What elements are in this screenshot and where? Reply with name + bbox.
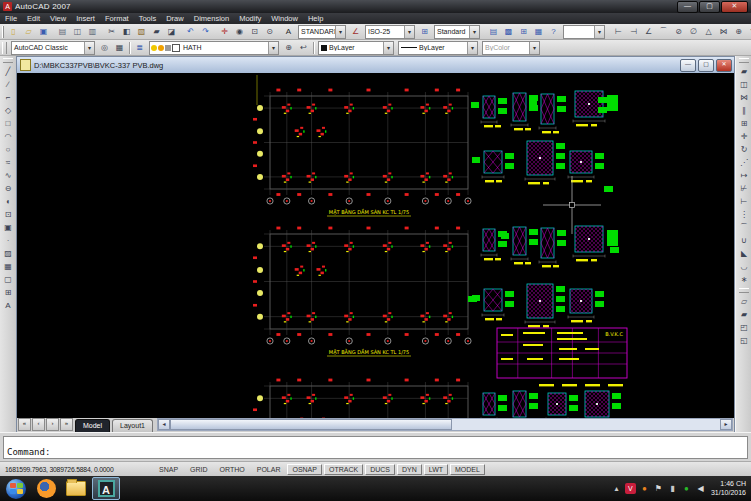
dim-linear-icon[interactable]: ⊢ — [612, 24, 626, 39]
chamfer-icon[interactable]: ◣ — [738, 247, 751, 260]
autocad-taskbar-button[interactable]: A — [92, 477, 120, 500]
draworder-front-icon[interactable]: ▱ — [738, 295, 751, 308]
dim-tolerance-icon[interactable]: ▽ — [747, 24, 751, 39]
trim-icon[interactable]: ⊬ — [738, 182, 751, 195]
stretch-icon[interactable]: ↦ — [738, 169, 751, 182]
menu-help[interactable]: Help — [303, 13, 328, 24]
menu-format[interactable]: Format — [100, 13, 134, 24]
polyline-icon[interactable]: ⌐ — [2, 91, 15, 104]
firefox-taskbar-button[interactable] — [32, 477, 60, 500]
layer-previous-icon[interactable]: ↩ — [297, 40, 311, 55]
open-file-icon[interactable]: ▱ — [22, 24, 36, 39]
zoom-previous-icon[interactable]: ⊙ — [263, 24, 277, 39]
region-icon[interactable]: ▢ — [2, 273, 15, 286]
rotate-icon[interactable]: ↻ — [738, 143, 751, 156]
copy-object-icon[interactable]: ◫ — [738, 78, 751, 91]
save-icon[interactable]: ▣ — [37, 24, 51, 39]
join-icon[interactable]: ∪ — [738, 234, 751, 247]
doc-minimize-button[interactable]: — — [680, 59, 696, 72]
my-workspace-icon[interactable]: ▦ — [113, 40, 127, 55]
insert-block-icon[interactable]: ⊡ — [2, 208, 15, 221]
gradient-icon[interactable]: ▦ — [2, 260, 15, 273]
new-file-icon[interactable]: ▯ — [7, 24, 21, 39]
unnamed-combo[interactable]: ▾ — [563, 25, 605, 39]
command-history[interactable]: Command: — [3, 436, 748, 459]
tab-first-button[interactable]: « — [18, 418, 31, 431]
rectangle-icon[interactable]: □ — [2, 117, 15, 130]
arc-icon[interactable]: ◠ — [2, 130, 15, 143]
cad-canvas[interactable]: MẶT BẰNG DẦM SÀN KC TL 1/75MẶT BẰNG DẦM … — [17, 73, 734, 418]
lineweight-combo[interactable]: ByColor▾ — [482, 41, 540, 55]
maximize-button[interactable]: ▢ — [699, 1, 720, 13]
command-prompt[interactable]: Command: — [4, 447, 747, 458]
menu-view[interactable]: View — [45, 13, 71, 24]
toggle-dyn[interactable]: DYN — [397, 464, 422, 475]
tab-next-button[interactable]: › — [46, 418, 59, 431]
dim-diameter-icon[interactable]: ∅ — [687, 24, 701, 39]
markup-set-manager-icon[interactable]: ▩ — [502, 24, 516, 39]
revcloud-icon[interactable]: ≈ — [2, 156, 15, 169]
toolbar-grip[interactable] — [739, 58, 749, 63]
color-combo[interactable]: ByLayer▾ — [318, 41, 394, 55]
toggle-ducs[interactable]: DUCS — [365, 464, 395, 475]
toolbar-grip[interactable] — [739, 288, 749, 293]
toggle-osnap[interactable]: OSNAP — [287, 464, 322, 475]
construction-line-icon[interactable]: ∕ — [2, 78, 15, 91]
table-style-combo-dropdown-arrow[interactable]: ▾ — [469, 26, 479, 38]
horizontal-scrollbar[interactable]: ◂ ▸ — [157, 418, 733, 431]
draworder-back-icon[interactable]: ▰ — [738, 308, 751, 321]
text-style-combo-dropdown-arrow[interactable]: ▾ — [335, 26, 345, 38]
extend-icon[interactable]: ⊢ — [738, 195, 751, 208]
toggle-grid[interactable]: GRID — [185, 464, 213, 475]
toggle-otrack[interactable]: OTRACK — [324, 464, 363, 475]
scale-icon[interactable]: ⋰ — [738, 156, 751, 169]
tray-ultraviewer-icon[interactable]: V — [625, 483, 636, 494]
toggle-ortho[interactable]: ORTHO — [215, 464, 250, 475]
table-style-icon[interactable]: ⊞ — [418, 24, 432, 39]
hatch-icon[interactable]: ▨ — [2, 247, 15, 260]
tab-model[interactable]: Model — [75, 419, 110, 432]
dim-style-combo-dropdown-arrow[interactable]: ▾ — [404, 26, 414, 38]
toolbar-grip[interactable] — [2, 42, 7, 54]
tab-last-button[interactable]: » — [60, 418, 73, 431]
dim-style-combo[interactable]: ISO-25▾ — [365, 25, 415, 39]
make-object-layer-icon[interactable]: ⊕ — [282, 40, 296, 55]
ellipse-icon[interactable]: ⊖ — [2, 182, 15, 195]
minimize-button[interactable]: — — [677, 1, 698, 13]
table-style-combo[interactable]: Standard▾ — [434, 25, 480, 39]
menu-draw[interactable]: Draw — [161, 13, 189, 24]
tray-battery-icon[interactable]: ▮ — [667, 483, 678, 494]
plot-icon[interactable]: ▤ — [56, 24, 70, 39]
help-icon[interactable]: ? — [547, 24, 561, 39]
cut-icon[interactable]: ✂ — [105, 24, 119, 39]
make-block-icon[interactable]: ▣ — [2, 221, 15, 234]
ellipse-arc-icon[interactable]: ◖ — [2, 195, 15, 208]
offset-icon[interactable]: ∥ — [738, 104, 751, 117]
unnamed-combo-dropdown-arrow[interactable]: ▾ — [594, 26, 604, 38]
workspace-combo-dropdown-arrow[interactable]: ▾ — [84, 42, 94, 54]
scroll-left-arrow[interactable]: ◂ — [158, 419, 170, 430]
tray-expand-icon[interactable]: ▴ — [611, 483, 622, 494]
tray-volume-icon[interactable]: ◀ — [695, 483, 706, 494]
menu-edit[interactable]: Edit — [22, 13, 45, 24]
menu-tools[interactable]: Tools — [134, 13, 162, 24]
line-icon[interactable]: ╱ — [2, 65, 15, 78]
linetype-combo-dropdown-arrow[interactable]: ▾ — [467, 42, 477, 54]
explode-icon[interactable]: ∗ — [738, 273, 751, 286]
menu-modify[interactable]: Modify — [234, 13, 266, 24]
undo-icon[interactable]: ↶ — [184, 24, 198, 39]
dim-arc-icon[interactable]: ⌒ — [657, 24, 671, 39]
layer-properties-icon[interactable]: ≣ — [133, 40, 147, 55]
menu-file[interactable]: File — [0, 13, 22, 24]
toggle-lwt[interactable]: LWT — [424, 464, 448, 475]
break-at-point-icon[interactable]: ⋮ — [738, 208, 751, 221]
draworder-above-icon[interactable]: ◰ — [738, 321, 751, 334]
polygon-icon[interactable]: ◇ — [2, 104, 15, 117]
redo-icon[interactable]: ↷ — [199, 24, 213, 39]
toggle-model[interactable]: MODEL — [450, 464, 485, 475]
pan-icon[interactable]: ✛ — [218, 24, 232, 39]
tab-prev-button[interactable]: ‹ — [32, 418, 45, 431]
scrollbar-thumb[interactable] — [170, 419, 452, 430]
block-palette-icon[interactable]: ⊞ — [517, 24, 531, 39]
zoom-window-icon[interactable]: ⊡ — [248, 24, 262, 39]
